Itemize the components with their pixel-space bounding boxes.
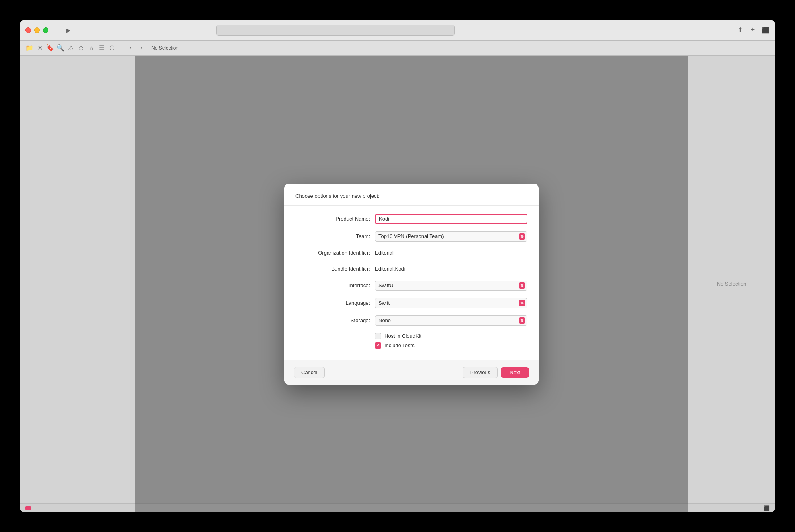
team-row: Team: Top10 VPN (Personal Team) ⇅ <box>295 231 527 242</box>
nav-forward-button[interactable]: › <box>137 44 146 52</box>
search-bar-container <box>216 25 455 36</box>
host-in-cloudkit-item: Host in CloudKit <box>375 333 527 339</box>
interface-label: Interface: <box>295 282 375 288</box>
storage-label: Storage: <box>295 317 375 323</box>
bundle-identifier-value: Editorial.Kodi <box>375 265 527 273</box>
storage-field: None Core Data SwiftData ⇅ <box>375 315 527 326</box>
language-field: Swift Objective-C ⇅ <box>375 298 527 308</box>
interface-select[interactable]: SwiftUI Storyboard <box>375 281 527 291</box>
bookmark-icon[interactable]: 🔖 <box>46 44 54 52</box>
product-name-row: Product Name: <box>295 214 527 224</box>
status-indicator <box>25 506 31 510</box>
product-name-input[interactable] <box>375 214 527 224</box>
maximize-button[interactable] <box>43 27 48 33</box>
storage-select[interactable]: None Core Data SwiftData <box>375 315 527 326</box>
modal-overlay: Choose options for your new project: Pro… <box>135 56 688 512</box>
title-bar: ▶ ⬆ + ⬛ <box>20 20 775 41</box>
modal-footer: Cancel Previous Next <box>284 360 539 385</box>
language-row: Language: Swift Objective-C ⇅ <box>295 298 527 308</box>
bundle-identifier-label: Bundle Identifier: <box>295 266 375 272</box>
bundle-identifier-field: Editorial.Kodi <box>375 265 527 273</box>
storage-row: Storage: None Core Data SwiftData <box>295 315 527 326</box>
product-name-label: Product Name: <box>295 216 375 222</box>
interface-field: SwiftUI Storyboard ⇅ <box>375 281 527 291</box>
checkbox-container: Host in CloudKit Include Tests <box>375 333 527 349</box>
next-button[interactable]: Next <box>501 367 529 378</box>
modal-body: Product Name: Team: Top10 VP <box>284 205 539 360</box>
filter-icon[interactable]: ◇ <box>77 44 85 52</box>
share-icon[interactable]: ⬆ <box>736 26 744 34</box>
xcode-window: ▶ ⬆ + ⬛ 📁 ✕ 🔖 🔍 ⚠ ◇ ⑃ ☰ ⬡ ‹ › No Selecti… <box>20 20 775 512</box>
include-tests-item: Include Tests <box>375 342 527 349</box>
host-in-cloudkit-checkbox[interactable] <box>375 333 381 339</box>
minimize-button[interactable] <box>34 27 40 33</box>
traffic-lights <box>25 27 48 33</box>
right-panel-no-selection: No Selection <box>717 281 747 287</box>
search-icon[interactable]: 🔍 <box>56 44 64 52</box>
bundle-identifier-row: Bundle Identifier: Editorial.Kodi <box>295 265 527 273</box>
play-button[interactable]: ▶ <box>63 25 74 36</box>
play-icon: ▶ <box>66 27 71 33</box>
modal-header: Choose options for your new project: <box>284 184 539 205</box>
left-panel <box>20 56 135 512</box>
include-tests-label: Include Tests <box>384 342 415 348</box>
language-select[interactable]: Swift Objective-C <box>375 298 527 308</box>
search-bar[interactable] <box>216 25 455 36</box>
folder-icon[interactable]: 📁 <box>25 44 33 52</box>
close-button[interactable] <box>25 27 31 33</box>
nav-back-button[interactable]: ‹ <box>126 44 135 52</box>
bottom-right-icon: ⬛ <box>764 505 770 511</box>
modal-title: Choose options for your new project: <box>295 193 380 199</box>
secondary-toolbar: 📁 ✕ 🔖 🔍 ⚠ ◇ ⑃ ☰ ⬡ ‹ › No Selection <box>20 41 775 56</box>
cancel-button[interactable]: Cancel <box>294 367 325 378</box>
language-select-container: Swift Objective-C ⇅ <box>375 298 527 308</box>
previous-button[interactable]: Previous <box>463 367 498 378</box>
team-label: Team: <box>295 233 375 239</box>
branch-icon[interactable]: ⑃ <box>87 44 95 52</box>
team-select-container: Top10 VPN (Personal Team) ⇅ <box>375 231 527 242</box>
debug-icon[interactable]: ☰ <box>98 44 106 52</box>
interface-row: Interface: SwiftUI Storyboard ⇅ <box>295 281 527 291</box>
x-icon[interactable]: ✕ <box>36 44 44 52</box>
team-field: Top10 VPN (Personal Team) ⇅ <box>375 231 527 242</box>
no-selection-label: No Selection <box>151 45 178 51</box>
warning-icon[interactable]: ⚠ <box>67 44 75 52</box>
language-label: Language: <box>295 300 375 306</box>
interface-select-container: SwiftUI Storyboard ⇅ <box>375 281 527 291</box>
new-project-modal: Choose options for your new project: Pro… <box>284 184 539 385</box>
main-content: Choose options for your new project: Pro… <box>20 56 775 512</box>
team-select[interactable]: Top10 VPN (Personal Team) <box>375 231 527 242</box>
org-identifier-row: Organization Identifier: Editorial <box>295 249 527 257</box>
toolbar-right: ⬆ + ⬛ <box>736 26 770 34</box>
org-identifier-value: Editorial <box>375 249 527 257</box>
center-panel: Choose options for your new project: Pro… <box>135 56 688 512</box>
right-panel: No Selection <box>688 56 775 512</box>
org-identifier-label: Organization Identifier: <box>295 250 375 256</box>
host-in-cloudkit-label: Host in CloudKit <box>384 333 421 339</box>
layout-icon[interactable]: ⬛ <box>762 26 770 34</box>
add-button[interactable]: + <box>749 26 757 34</box>
breakpoint-icon[interactable]: ⬡ <box>108 44 116 52</box>
include-tests-checkbox[interactable] <box>375 342 381 349</box>
product-name-field <box>375 214 527 224</box>
org-identifier-field: Editorial <box>375 249 527 257</box>
storage-select-container: None Core Data SwiftData ⇅ <box>375 315 527 326</box>
